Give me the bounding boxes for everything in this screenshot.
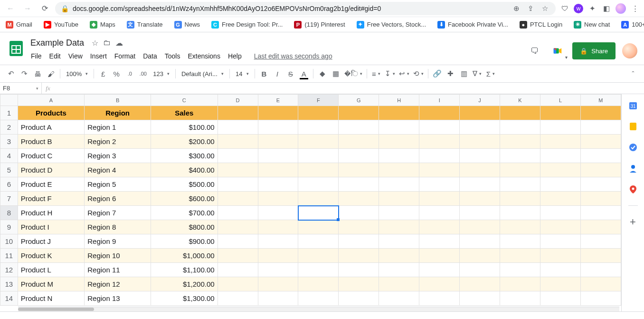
v-align-button[interactable]: ↧: [383, 68, 397, 80]
cell[interactable]: [298, 106, 339, 120]
menu-file[interactable]: File: [28, 50, 45, 62]
doc-title[interactable]: Example Data: [28, 37, 87, 49]
cell[interactable]: [580, 234, 621, 249]
cell[interactable]: [298, 249, 339, 263]
cell[interactable]: [580, 206, 621, 220]
cell[interactable]: Product M: [18, 277, 85, 291]
cell[interactable]: Region 13: [85, 291, 151, 306]
menu-tools[interactable]: Tools: [161, 50, 184, 62]
cell[interactable]: [298, 263, 339, 277]
cloud-status-icon[interactable]: ☁: [115, 39, 123, 48]
cell[interactable]: [540, 149, 580, 163]
cell[interactable]: [540, 106, 580, 120]
cell[interactable]: [218, 149, 258, 163]
cell[interactable]: Region 11: [85, 263, 151, 277]
filter-button[interactable]: ∇: [471, 68, 483, 80]
h-align-button[interactable]: ≡: [370, 68, 382, 80]
cell[interactable]: [218, 106, 258, 120]
select-all-corner[interactable]: [0, 95, 18, 106]
cell[interactable]: Region 12: [85, 277, 151, 291]
cell[interactable]: [460, 277, 500, 291]
cell[interactable]: [218, 291, 258, 306]
cell[interactable]: [419, 220, 460, 234]
move-doc-icon[interactable]: 🗀: [103, 39, 111, 47]
cell[interactable]: [298, 206, 339, 220]
cell[interactable]: Product B: [18, 135, 85, 149]
cell[interactable]: [500, 220, 540, 234]
cell[interactable]: [419, 106, 460, 120]
cell[interactable]: [460, 263, 500, 277]
cell[interactable]: [540, 192, 580, 206]
functions-button[interactable]: Σ: [484, 68, 497, 80]
cell[interactable]: [298, 234, 339, 249]
row-header[interactable]: 13: [0, 277, 18, 291]
bookmark-item[interactable]: CFree Design Tool: Pr...: [208, 19, 286, 30]
redo-button[interactable]: ↷: [18, 68, 30, 80]
strike-button[interactable]: S: [284, 68, 297, 80]
bookmark-item[interactable]: 文Translate: [123, 19, 167, 30]
menu-data[interactable]: Data: [140, 50, 161, 62]
menu-extensions[interactable]: Extensions: [184, 50, 223, 62]
cell[interactable]: [460, 192, 500, 206]
cell[interactable]: Region 3: [85, 149, 151, 163]
cell[interactable]: [379, 135, 419, 149]
cell[interactable]: [500, 206, 540, 220]
percent-button[interactable]: %: [110, 68, 123, 80]
column-header[interactable]: D: [218, 95, 258, 106]
row-header[interactable]: 3: [0, 135, 18, 149]
column-header[interactable]: M: [580, 95, 621, 106]
bookmark-item[interactable]: MGmail: [2, 19, 36, 30]
back-button[interactable]: ←: [4, 4, 17, 13]
cell[interactable]: [540, 291, 580, 306]
cell[interactable]: Product C: [18, 149, 85, 163]
collapse-toolbar-button[interactable]: ˆ: [627, 68, 639, 80]
cell[interactable]: [339, 220, 379, 234]
cell[interactable]: [379, 177, 419, 192]
italic-button[interactable]: I: [271, 68, 284, 80]
cell[interactable]: Product N: [18, 291, 85, 306]
column-header[interactable]: E: [258, 95, 298, 106]
sheet-tabs-row[interactable]: [0, 311, 644, 319]
row-header[interactable]: 8: [0, 206, 18, 220]
cell[interactable]: [580, 291, 621, 306]
star-icon[interactable]: ☆: [540, 4, 550, 13]
cell[interactable]: [460, 206, 500, 220]
menu-view[interactable]: View: [65, 50, 86, 62]
cell[interactable]: [580, 177, 621, 192]
share-url-icon[interactable]: ⇪: [525, 4, 536, 13]
cell[interactable]: $1,200.00: [151, 277, 218, 291]
cell[interactable]: [298, 177, 339, 192]
cell[interactable]: [419, 192, 460, 206]
cell[interactable]: $600.00: [151, 192, 218, 206]
cell[interactable]: Products: [18, 106, 85, 120]
cell[interactable]: $400.00: [151, 163, 218, 177]
cell[interactable]: [580, 135, 621, 149]
column-header[interactable]: H: [379, 95, 419, 106]
chart-button[interactable]: ▥: [458, 68, 470, 80]
cell[interactable]: Region 8: [85, 220, 151, 234]
cell[interactable]: [298, 135, 339, 149]
bookmark-item[interactable]: ◆Maps: [86, 19, 119, 30]
cell[interactable]: [500, 263, 540, 277]
sheets-logo[interactable]: [7, 39, 26, 58]
cell[interactable]: [460, 177, 500, 192]
cell[interactable]: [258, 234, 298, 249]
cell[interactable]: [500, 135, 540, 149]
reload-button[interactable]: ⟳: [38, 4, 51, 13]
decrease-decimal-button[interactable]: .0: [123, 68, 136, 80]
cell[interactable]: [540, 206, 580, 220]
cell[interactable]: $300.00: [151, 149, 218, 163]
cell[interactable]: $800.00: [151, 220, 218, 234]
font-select[interactable]: Default (Ari...: [179, 68, 227, 80]
cell[interactable]: [298, 277, 339, 291]
cell[interactable]: $1,000.00: [151, 249, 218, 263]
row-header[interactable]: 4: [0, 149, 18, 163]
link-button[interactable]: 🔗: [431, 68, 444, 80]
bookmark-item[interactable]: ✦Free Vectors, Stock...: [353, 19, 430, 30]
cell[interactable]: [379, 234, 419, 249]
calendar-icon[interactable]: 31: [628, 101, 638, 110]
cell[interactable]: [500, 120, 540, 135]
menu-insert[interactable]: Insert: [87, 50, 110, 62]
bookmark-item[interactable]: ✳New chat: [570, 19, 614, 30]
cell[interactable]: [379, 263, 419, 277]
